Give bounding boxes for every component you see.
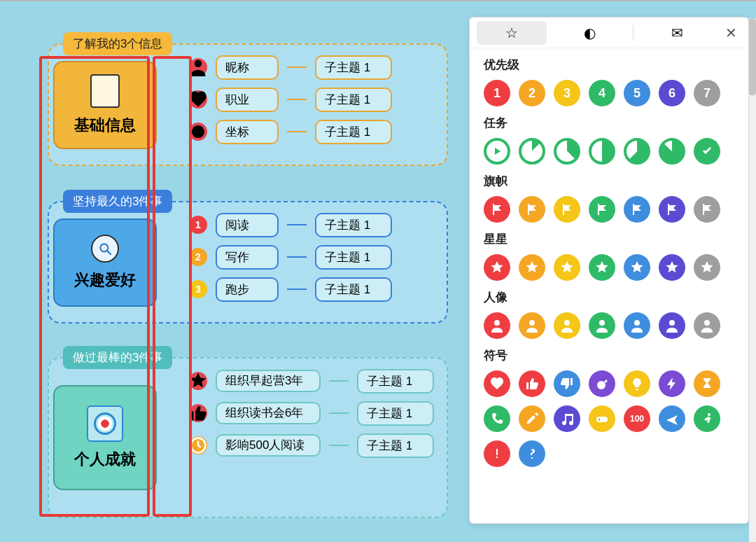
icon-chip[interactable] [589, 312, 615, 339]
topic-badge-icon[interactable] [189, 123, 207, 141]
section-label: 了解我的3个信息 [63, 32, 172, 55]
icon-chip[interactable] [484, 405, 510, 432]
task-progress-chip[interactable] [659, 138, 685, 165]
topic-node[interactable]: 写作 [216, 245, 279, 270]
icon-chip[interactable] [589, 254, 615, 281]
topic-node[interactable]: 组织读书会6年 [216, 402, 321, 424]
topic-node[interactable]: 阅读 [216, 213, 279, 237]
topic-badge-icon[interactable]: 3 [189, 280, 207, 298]
icon-chip[interactable] [554, 370, 580, 397]
main-node-hobbies[interactable]: 兴趣爱好 [53, 218, 157, 307]
subtopic-node[interactable]: 子主题 1 [315, 88, 392, 112]
topic-node[interactable]: 坐标 [216, 120, 279, 144]
icon-chip[interactable] [659, 196, 685, 223]
topic-node[interactable]: 跑步 [216, 277, 279, 302]
icon-chip[interactable] [554, 312, 580, 339]
tab-stickers[interactable]: ◐ [555, 21, 625, 45]
icon-chip[interactable] [484, 440, 510, 467]
icon-chip[interactable] [659, 405, 685, 432]
icon-chip[interactable]: 7 [694, 80, 720, 106]
topic-badge-icon[interactable] [189, 404, 207, 422]
target-icon [87, 405, 123, 442]
task-progress-chip[interactable] [519, 138, 545, 165]
icon-group-title: 星星 [484, 231, 734, 247]
icon-chip[interactable] [554, 254, 580, 281]
icon-chip[interactable] [694, 405, 720, 432]
topic-node[interactable]: 昵称 [216, 55, 279, 80]
connector-line [287, 131, 307, 132]
topic-badge-icon[interactable] [189, 90, 207, 109]
globe-icon: ✉ [671, 25, 683, 41]
mindmap-canvas[interactable]: 了解我的3个信息 基础信息 昵称 子主题 1 职业 子主题 1 坐标 [0, 0, 756, 542]
icon-chip[interactable]: 3 [554, 80, 580, 106]
tab-web[interactable]: ✉ [642, 21, 712, 45]
icon-chip[interactable] [659, 370, 685, 397]
subtopic-node[interactable]: 子主题 1 [315, 277, 392, 302]
icon-chip[interactable] [519, 440, 545, 467]
scrollbar-track[interactable] [749, 18, 756, 542]
icon-chip[interactable] [484, 312, 510, 339]
icon-chip[interactable] [519, 196, 545, 223]
main-node-achievements[interactable]: 个人成就 [53, 385, 157, 490]
icon-chip[interactable] [589, 196, 615, 223]
topic-node[interactable]: 影响500人阅读 [216, 434, 321, 457]
icon-chip[interactable] [484, 196, 510, 223]
subtopic-node[interactable]: 子主题 1 [357, 433, 434, 458]
topic-node[interactable]: 组织早起营3年 [216, 370, 321, 392]
tab-favorites[interactable]: ☆ [477, 21, 547, 45]
icon-chip[interactable] [589, 405, 615, 432]
icon-group: 旗帜 [470, 165, 748, 223]
icon-chip[interactable] [554, 196, 580, 223]
icon-chip[interactable]: 6 [659, 80, 685, 106]
subtopic-node[interactable]: 子主题 1 [315, 245, 392, 270]
icon-chip[interactable]: 100 [624, 405, 650, 432]
icon-chip[interactable] [694, 254, 720, 281]
topic-badge-icon[interactable] [189, 58, 207, 76]
icon-chip[interactable] [694, 196, 720, 223]
task-progress-chip[interactable] [554, 138, 580, 165]
scrollbar-thumb[interactable] [749, 18, 756, 95]
icon-chip[interactable] [589, 370, 615, 397]
icon-chip[interactable] [624, 370, 650, 397]
icon-chip[interactable] [519, 254, 545, 281]
subtopic-node[interactable]: 子主题 1 [357, 401, 434, 426]
icon-chip[interactable]: 2 [519, 80, 545, 106]
task-progress-chip[interactable] [484, 138, 510, 165]
icon-chip[interactable] [624, 196, 650, 223]
icon-chip[interactable]: 5 [624, 80, 650, 106]
icon-group: 人像 [470, 281, 748, 339]
icon-chip[interactable] [659, 312, 685, 339]
icon-chip[interactable] [484, 370, 510, 397]
icon-chip[interactable]: 4 [589, 80, 615, 106]
main-node-basic-info[interactable]: 基础信息 [53, 61, 157, 149]
task-progress-chip[interactable] [624, 138, 650, 165]
topic-node[interactable]: 职业 [216, 88, 279, 112]
section-achievements: 做过最棒的3件事 个人成就 组织早起营3年 子主题 1 组织读书会6年 子主题 … [48, 357, 448, 518]
icon-chip[interactable] [519, 405, 545, 432]
topic-badge-icon[interactable]: 1 [189, 216, 207, 234]
topic-badge-icon[interactable]: 2 [189, 248, 207, 266]
main-node-label: 个人成就 [74, 449, 136, 470]
icon-chip[interactable] [484, 254, 510, 281]
icon-chip[interactable]: 1 [484, 80, 510, 106]
icon-chip[interactable] [694, 312, 720, 339]
subtopic-node[interactable]: 子主题 1 [315, 213, 392, 237]
icon-chip[interactable] [624, 254, 650, 281]
topic-row: 职业 子主题 1 [189, 87, 440, 112]
icon-group: 优先级 1234567 [470, 48, 748, 106]
icon-chip[interactable] [554, 405, 580, 432]
icon-chip[interactable] [519, 370, 545, 397]
icon-chip[interactable] [519, 312, 545, 339]
icon-chip[interactable] [624, 312, 650, 339]
close-panel-button[interactable]: ✕ [720, 25, 741, 41]
task-done-chip[interactable] [694, 138, 720, 165]
icon-chip[interactable] [694, 370, 720, 397]
icon-chip[interactable] [659, 254, 685, 281]
subtopic-node[interactable]: 子主题 1 [357, 369, 434, 394]
subtopic-node[interactable]: 子主题 1 [315, 120, 392, 144]
subtopic-node[interactable]: 子主题 1 [315, 55, 392, 80]
topic-row: 昵称 子主题 1 [189, 55, 440, 80]
topic-badge-icon[interactable] [189, 436, 207, 454]
topic-badge-icon[interactable] [189, 372, 207, 390]
task-progress-chip[interactable] [589, 138, 615, 165]
